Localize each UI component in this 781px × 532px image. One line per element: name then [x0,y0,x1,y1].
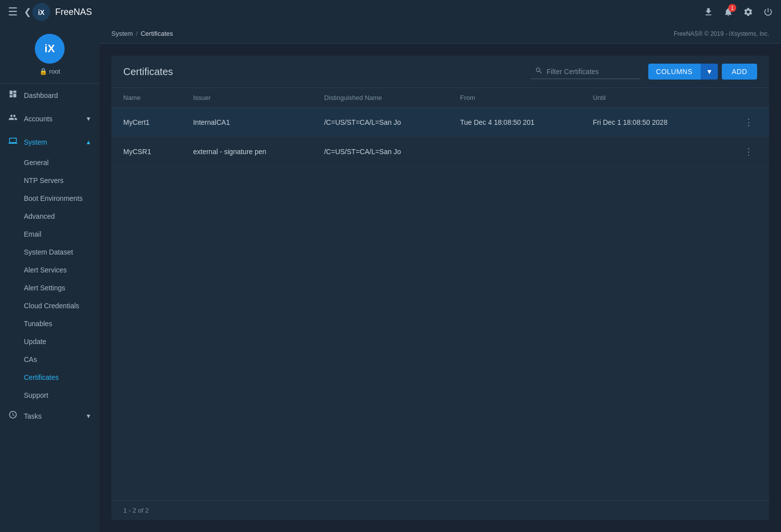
cell-distinguished_name: /C=US/ST=CA/L=San Jo [312,137,448,167]
logo-area: iX FreeNAS [31,3,92,21]
search-box [531,65,640,79]
certificates-table: Name Issuer Distinguished Name From Unti… [111,88,769,167]
settings-button[interactable] [743,7,753,17]
cell-name: MyCSR1 [111,137,181,167]
cell-until [581,137,714,167]
accounts-icon [8,113,18,124]
card-title: Certificates [123,66,173,78]
sidebar-item-label: Accounts [24,115,53,123]
sidebar-item-general[interactable]: General [0,154,99,172]
dashboard-icon [8,89,18,101]
table-container: Name Issuer Distinguished Name From Unti… [111,88,769,500]
app-name: FreeNAS [55,7,92,17]
lock-icon: 🔒 [39,68,47,75]
sidebar-item-accounts[interactable]: Accounts ▼ [0,107,99,130]
power-button[interactable] [763,7,773,17]
main-layout: iX 🔒 root Dashboard Accounts ▼ [0,24,781,532]
sidebar-item-boot-environments[interactable]: Boot Environments [0,189,99,207]
table-row: MyCSR1external - signature pen/C=US/ST=C… [111,137,769,167]
breadcrumb-current: Certificates [141,30,173,37]
cell-name: MyCert1 [111,108,181,137]
sidebar-item-system[interactable]: System ▲ [0,130,99,154]
cell-actions: ⋮ [714,137,769,167]
col-from: From [448,88,581,108]
table-row: MyCert1InternalCA1/C=US/ST=CA/L=San JoTu… [111,108,769,137]
notification-count: 1 [728,4,736,12]
col-actions [714,88,769,108]
tasks-icon [8,410,18,422]
sidebar-item-tunables[interactable]: Tunables [0,315,99,333]
columns-dropdown-button[interactable]: ▼ [700,64,718,80]
col-distinguished-name: Distinguished Name [312,88,448,108]
sidebar-item-support[interactable]: Support [0,386,99,404]
add-button[interactable]: ADD [722,64,757,80]
sidebar-item-tasks[interactable]: Tasks ▼ [0,404,99,428]
power-icon [763,7,773,17]
sidebar-item-advanced[interactable]: Advanced [0,207,99,225]
header-icons: 1 [703,7,773,17]
breadcrumb-bar: System / Certificates FreeNAS® © 2019 - … [99,24,781,44]
menu-toggle-button[interactable]: ☰ [8,5,18,18]
user-section: iX 🔒 root [0,24,99,84]
col-name: Name [111,88,181,108]
sidebar-item-label: System [24,138,47,146]
sidebar-item-ntp-servers[interactable]: NTP Servers [0,172,99,189]
cell-distinguished_name: /C=US/ST=CA/L=San Jo [312,108,448,137]
table-body: MyCert1InternalCA1/C=US/ST=CA/L=San JoTu… [111,108,769,167]
top-header: ☰ ❮ iX FreeNAS 1 [0,0,781,24]
cell-from: Tue Dec 4 18:08:50 201 [448,108,581,137]
sidebar-item-email[interactable]: Email [0,225,99,243]
certificates-card: Certificates COLUMNS ▼ ADD [111,56,769,520]
cell-issuer: InternalCA1 [181,108,312,137]
sidebar: iX 🔒 root Dashboard Accounts ▼ [0,24,99,532]
expand-arrow-icon: ▼ [86,413,91,420]
settings-icon [743,7,753,17]
sidebar-item-label: Dashboard [24,91,58,99]
svg-text:iX: iX [38,8,45,16]
expand-arrow-icon: ▼ [86,115,91,122]
upload-icon [703,7,713,17]
sidebar-item-cloud-credentials[interactable]: Cloud Credentials [0,297,99,315]
chevron-down-icon: ▼ [706,68,713,76]
avatar-text: iX [45,42,55,55]
expand-arrow-icon: ▲ [86,139,91,146]
row-action-menu-button[interactable]: ⋮ [740,115,757,130]
sidebar-item-alert-services[interactable]: Alert Services [0,261,99,279]
freenas-logo: iX [31,3,51,21]
cell-until: Fri Dec 1 18:08:50 2028 [581,108,714,137]
pagination-text: 1 - 2 of 2 [123,507,149,514]
sidebar-item-label: Tasks [24,412,42,420]
cell-issuer: external - signature pen [181,137,312,167]
sidebar-item-certificates[interactable]: Certificates [0,368,99,386]
sidebar-collapse-button[interactable]: ❮ [24,6,31,17]
breadcrumb: System / Certificates [111,30,173,37]
col-issuer: Issuer [181,88,312,108]
cell-from [448,137,581,167]
search-input[interactable] [547,68,636,76]
copyright-text: FreeNAS® © 2019 - iXsystems, Inc. [674,30,769,37]
sidebar-item-alert-settings[interactable]: Alert Settings [0,279,99,297]
breadcrumb-system[interactable]: System [111,30,133,37]
content-area: System / Certificates FreeNAS® © 2019 - … [99,24,781,532]
user-name: 🔒 root [39,68,60,75]
columns-button[interactable]: COLUMNS [648,64,701,80]
upload-button[interactable] [703,7,713,17]
card-header: Certificates COLUMNS ▼ ADD [111,56,769,88]
sidebar-item-update[interactable]: Update [0,333,99,351]
sidebar-item-system-dataset[interactable]: System Dataset [0,243,99,261]
notifications-button[interactable]: 1 [723,7,733,17]
system-icon [8,136,18,148]
sidebar-item-dashboard[interactable]: Dashboard [0,84,99,107]
search-icon [535,67,543,77]
columns-add-buttons: COLUMNS ▼ ADD [648,64,757,80]
row-action-menu-button[interactable]: ⋮ [740,144,757,159]
avatar: iX [35,34,65,64]
sidebar-item-cas[interactable]: CAs [0,351,99,368]
col-until: Until [581,88,714,108]
cell-actions: ⋮ [714,108,769,137]
table-header: Name Issuer Distinguished Name From Unti… [111,88,769,108]
pagination-bar: 1 - 2 of 2 [111,500,769,520]
breadcrumb-separator: / [136,30,138,37]
